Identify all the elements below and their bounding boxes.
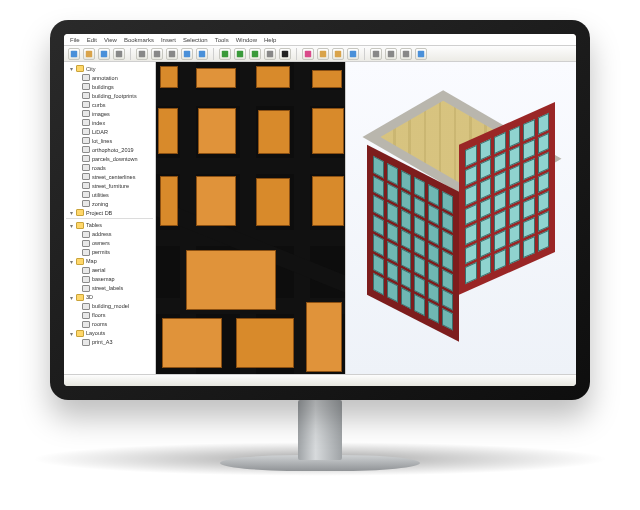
select-icon[interactable] xyxy=(279,48,291,60)
menu-tools[interactable]: Tools xyxy=(215,37,229,43)
tree-node[interactable]: orthophoto_2019 xyxy=(66,145,153,154)
zoom-in-icon[interactable] xyxy=(219,48,231,60)
cut-icon[interactable] xyxy=(136,48,148,60)
parcel[interactable] xyxy=(312,176,344,226)
tree-node[interactable]: annotation xyxy=(66,73,153,82)
parcel[interactable] xyxy=(256,66,290,88)
parcel[interactable] xyxy=(158,108,178,154)
3d-view-icon[interactable] xyxy=(347,48,359,60)
tree-node[interactable]: buildings xyxy=(66,82,153,91)
pan-icon[interactable] xyxy=(264,48,276,60)
tree-node[interactable]: utilities xyxy=(66,190,153,199)
tree-node[interactable]: LiDAR xyxy=(66,127,153,136)
tree-node[interactable]: ▾Tables xyxy=(66,221,153,230)
menu-bookmarks[interactable]: Bookmarks xyxy=(124,37,154,43)
chevron-down-icon[interactable]: ▾ xyxy=(68,294,74,300)
parcel[interactable] xyxy=(312,70,342,88)
layer-icon xyxy=(82,74,90,81)
tree-node[interactable]: roads xyxy=(66,163,153,172)
menu-view[interactable]: View xyxy=(104,37,117,43)
zoom-out-icon[interactable] xyxy=(234,48,246,60)
open-icon[interactable] xyxy=(83,48,95,60)
building-window xyxy=(428,282,439,304)
tree-node[interactable]: street_centerlines xyxy=(66,172,153,181)
tree-node[interactable]: ▾City xyxy=(66,64,153,73)
layers-icon[interactable] xyxy=(332,48,344,60)
paste-icon[interactable] xyxy=(166,48,178,60)
copy-icon[interactable] xyxy=(151,48,163,60)
tree-node[interactable]: parcels_downtown xyxy=(66,154,153,163)
zoom-extent-icon[interactable] xyxy=(249,48,261,60)
building-window xyxy=(401,170,412,192)
chevron-down-icon[interactable]: ▾ xyxy=(68,330,74,336)
building-window xyxy=(480,158,492,180)
tree-node[interactable]: owners xyxy=(66,239,153,248)
save-icon[interactable] xyxy=(98,48,110,60)
parcel[interactable] xyxy=(196,68,236,88)
new-file-icon[interactable] xyxy=(68,48,80,60)
tree-node[interactable]: ▾3D xyxy=(66,293,153,302)
3d-viewport[interactable] xyxy=(346,62,576,374)
chevron-down-icon[interactable]: ▾ xyxy=(68,258,74,264)
tree-node[interactable]: lot_lines xyxy=(66,136,153,145)
chevron-down-icon[interactable]: ▾ xyxy=(68,66,74,72)
tree-node[interactable]: zoning xyxy=(66,199,153,208)
parcel[interactable] xyxy=(160,66,178,88)
menu-help[interactable]: Help xyxy=(264,37,276,43)
tree-node[interactable]: rooms xyxy=(66,320,153,329)
tree-node[interactable]: street_labels xyxy=(66,284,153,293)
menu-file[interactable]: File xyxy=(70,37,80,43)
parcel[interactable] xyxy=(162,318,222,368)
tree-node[interactable]: basemap xyxy=(66,275,153,284)
tree-node[interactable]: ▾Project DB xyxy=(66,208,153,216)
tree-node[interactable]: building_model xyxy=(66,302,153,311)
parcel[interactable] xyxy=(198,108,236,154)
identify-icon[interactable] xyxy=(302,48,314,60)
tree-node[interactable]: building_footprints xyxy=(66,91,153,100)
parcel[interactable] xyxy=(196,176,236,226)
settings-icon[interactable] xyxy=(400,48,412,60)
tree-node[interactable]: permits xyxy=(66,248,153,257)
parcel[interactable] xyxy=(312,108,344,154)
tree-node-label: basemap xyxy=(92,276,115,282)
tree-node[interactable]: address xyxy=(66,230,153,239)
chevron-down-icon[interactable]: ▾ xyxy=(68,210,74,216)
redo-icon[interactable] xyxy=(196,48,208,60)
undo-icon[interactable] xyxy=(181,48,193,60)
parcel[interactable] xyxy=(306,302,342,372)
parcel[interactable] xyxy=(186,250,276,310)
tree-node[interactable]: ▾Map xyxy=(66,257,153,266)
measure-icon[interactable] xyxy=(317,48,329,60)
print-icon[interactable] xyxy=(113,48,125,60)
menu-insert[interactable]: Insert xyxy=(161,37,176,43)
tree-node-label: Tables xyxy=(86,222,102,228)
tree-node-label: street_centerlines xyxy=(92,174,135,180)
tree-node[interactable]: aerial xyxy=(66,266,153,275)
tree-node[interactable]: print_A3 xyxy=(66,338,153,347)
tree-node[interactable]: images xyxy=(66,109,153,118)
building-window xyxy=(401,248,412,270)
building-window xyxy=(509,204,521,226)
tree-node-label: building_model xyxy=(92,303,129,309)
help-icon[interactable] xyxy=(415,48,427,60)
search-icon[interactable] xyxy=(385,48,397,60)
building-window xyxy=(387,202,398,224)
menu-selection[interactable]: Selection xyxy=(183,37,208,43)
tree-node[interactable]: street_furniture xyxy=(66,181,153,190)
parcel[interactable] xyxy=(258,110,290,154)
map-viewport[interactable] xyxy=(156,62,346,374)
tree-node[interactable]: floors xyxy=(66,311,153,320)
building-window xyxy=(509,126,521,148)
tree-node[interactable]: curbs xyxy=(66,100,153,109)
svg-rect-2 xyxy=(101,50,107,56)
menu-edit[interactable]: Edit xyxy=(87,37,97,43)
chevron-down-icon[interactable]: ▾ xyxy=(68,222,74,228)
tree-node[interactable]: index xyxy=(66,118,153,127)
parcel[interactable] xyxy=(236,318,294,368)
parcel[interactable] xyxy=(160,176,178,226)
tree-node[interactable]: ▾Layouts xyxy=(66,329,153,338)
menu-window[interactable]: Window xyxy=(236,37,257,43)
layer-icon xyxy=(82,249,90,256)
table-icon[interactable] xyxy=(370,48,382,60)
parcel[interactable] xyxy=(256,178,290,226)
